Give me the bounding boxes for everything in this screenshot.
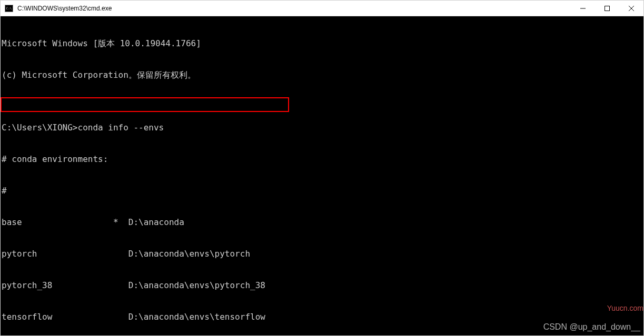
watermark-csdn: CSDN @up_and_down__ (543, 322, 640, 332)
minimize-button[interactable] (571, 1, 595, 16)
terminal-output[interactable]: Microsoft Windows [版本 10.0.19044.1766] (… (1, 16, 643, 335)
svg-rect-1 (605, 6, 610, 11)
terminal-line: pytorch D:\anaconda\envs\pytorch (2, 249, 643, 259)
terminal-line: base * D:\anaconda (2, 217, 643, 228)
cmd-window: C:\WINDOWS\system32\cmd.exe Microsoft Wi… (0, 0, 644, 336)
terminal-line: pytorch_38 D:\anaconda\envs\pytorch_38 (2, 280, 643, 291)
watermark-site: Yuucn.com (607, 303, 643, 313)
terminal-line: tensorflow D:\anaconda\envs\tensorflow (2, 312, 643, 322)
terminal-line: # (2, 186, 643, 196)
maximize-button[interactable] (595, 1, 619, 16)
terminal-line: C:\Users\XIONG>conda info --envs (2, 123, 643, 133)
highlight-annotation (1, 97, 289, 112)
window-controls (571, 1, 643, 16)
titlebar[interactable]: C:\WINDOWS\system32\cmd.exe (1, 1, 643, 16)
terminal-line: (c) Microsoft Corporation。保留所有权利。 (2, 70, 643, 80)
close-button[interactable] (619, 1, 643, 16)
window-title: C:\WINDOWS\system32\cmd.exe (17, 5, 571, 12)
terminal-line: # conda environments: (2, 154, 643, 165)
terminal-line: Microsoft Windows [版本 10.0.19044.1766] (2, 38, 643, 49)
cmd-icon (5, 5, 13, 12)
